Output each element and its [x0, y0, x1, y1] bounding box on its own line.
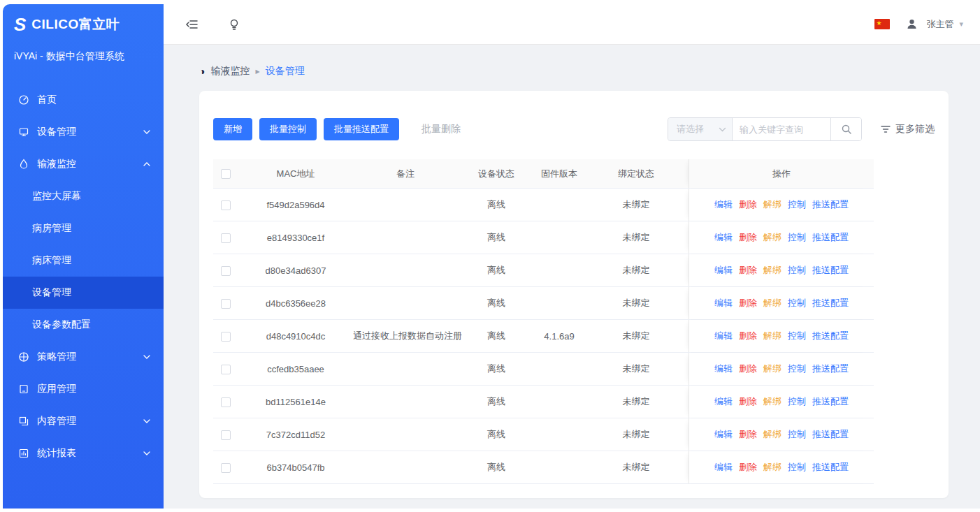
edit-link[interactable]: 编辑 — [714, 198, 733, 211]
delete-link[interactable]: 删除 — [739, 231, 757, 244]
unbind-link[interactable]: 解绑 — [763, 297, 781, 309]
row-checkbox[interactable] — [221, 397, 231, 407]
push-config-link[interactable]: 推送配置 — [812, 231, 849, 244]
table-toolbar: 新增 批量控制 批量推送配置 批量删除 请选择 — [213, 117, 935, 141]
row-checkbox[interactable] — [221, 463, 231, 473]
sidebar-item-device-management[interactable]: 设备管理 — [3, 116, 164, 148]
control-link[interactable]: 控制 — [788, 428, 806, 441]
row-checkbox[interactable] — [221, 365, 231, 374]
table-row: e8149330ce1f 离线 未绑定 编辑 删除 解绑 控制 — [213, 221, 874, 254]
bind-status-cell: 未绑定 — [584, 363, 689, 375]
china-flag-icon[interactable]: ★ — [874, 19, 890, 29]
sidebar-item-app-management[interactable]: 应用管理 — [3, 373, 164, 405]
edit-link[interactable]: 编辑 — [714, 264, 733, 277]
row-checkbox[interactable] — [221, 200, 231, 210]
edit-link[interactable]: 编辑 — [714, 231, 733, 244]
push-config-link[interactable]: 推送配置 — [812, 264, 849, 277]
filter-icon — [880, 124, 891, 135]
col-header-firmware: 固件版本 — [535, 168, 584, 180]
status-cell: 离线 — [458, 363, 535, 375]
control-link[interactable]: 控制 — [788, 330, 806, 342]
topbar: ★ 张主管 ▾ — [164, 4, 980, 45]
push-config-link[interactable]: 推送配置 — [812, 363, 849, 375]
batch-delete-button[interactable]: 批量删除 — [417, 118, 465, 140]
push-config-link[interactable]: 推送配置 — [812, 461, 849, 474]
infusion-drop-icon — [18, 159, 29, 170]
push-config-link[interactable]: 推送配置 — [812, 198, 849, 211]
breadcrumb-current[interactable]: 设备管理 — [266, 65, 305, 78]
unbind-link[interactable]: 解绑 — [763, 363, 781, 375]
row-actions: 编辑 删除 解绑 控制 推送配置 — [689, 221, 874, 254]
unbind-link[interactable]: 解绑 — [763, 461, 781, 474]
unbind-link[interactable]: 解绑 — [763, 428, 781, 441]
control-link[interactable]: 控制 — [788, 297, 806, 309]
edit-link[interactable]: 编辑 — [714, 363, 733, 375]
delete-link[interactable]: 删除 — [739, 461, 757, 474]
user-avatar-icon — [902, 15, 921, 34]
control-link[interactable]: 控制 — [788, 363, 806, 375]
delete-link[interactable]: 删除 — [739, 363, 757, 375]
edit-link[interactable]: 编辑 — [714, 461, 733, 474]
push-config-link[interactable]: 推送配置 — [812, 330, 849, 342]
row-checkbox[interactable] — [221, 299, 231, 309]
row-checkbox[interactable] — [221, 332, 231, 342]
breadcrumb-section[interactable]: 输液监控 — [210, 65, 250, 78]
search-button[interactable] — [830, 118, 861, 140]
sidebar-subitem-device-param-config[interactable]: 设备参数配置 — [3, 309, 164, 341]
push-config-link[interactable]: 推送配置 — [812, 395, 849, 408]
delete-link[interactable]: 删除 — [739, 330, 757, 342]
home-icon — [18, 94, 29, 105]
sidebar-item-home[interactable]: 首页 — [3, 84, 164, 116]
delete-link[interactable]: 删除 — [739, 264, 757, 277]
chevron-up-icon — [143, 161, 151, 167]
sidebar-item-strategy-management[interactable]: 策略管理 — [3, 341, 164, 373]
sidebar-item-infusion-monitor[interactable]: 输液监控 — [3, 148, 164, 180]
row-checkbox[interactable] — [221, 233, 231, 243]
push-config-link[interactable]: 推送配置 — [812, 428, 849, 441]
edit-link[interactable]: 编辑 — [714, 428, 733, 441]
control-link[interactable]: 控制 — [788, 198, 806, 211]
edit-link[interactable]: 编辑 — [714, 330, 733, 342]
collapse-sidebar-button[interactable] — [183, 15, 201, 34]
delete-link[interactable]: 删除 — [739, 297, 757, 309]
edit-link[interactable]: 编辑 — [714, 395, 733, 408]
unbind-link[interactable]: 解绑 — [763, 198, 781, 211]
delete-link[interactable]: 删除 — [739, 198, 757, 211]
unbind-link[interactable]: 解绑 — [763, 264, 781, 277]
control-link[interactable]: 控制 — [788, 264, 806, 277]
batch-push-config-button[interactable]: 批量推送配置 — [324, 118, 399, 140]
control-link[interactable]: 控制 — [788, 395, 806, 408]
add-button[interactable]: 新增 — [213, 118, 252, 140]
topbar-right: ★ 张主管 ▾ — [874, 15, 963, 34]
row-checkbox[interactable] — [221, 430, 231, 440]
user-name[interactable]: 张主管 — [926, 18, 953, 31]
sidebar-subitem-device-management[interactable]: 设备管理 — [3, 277, 164, 309]
more-filters-button[interactable]: 更多筛选 — [880, 123, 935, 136]
push-config-link[interactable]: 推送配置 — [812, 297, 849, 309]
sidebar-item-statistics-report[interactable]: 统计报表 — [3, 437, 164, 469]
user-menu-caret-icon[interactable]: ▾ — [959, 20, 963, 29]
control-link[interactable]: 控制 — [788, 461, 806, 474]
row-actions: 编辑 删除 解绑 控制 推送配置 — [689, 451, 874, 483]
batch-control-button[interactable]: 批量控制 — [259, 118, 317, 140]
mac-cell: bd112561e14e — [238, 397, 353, 407]
sidebar-item-content-management[interactable]: 内容管理 — [3, 405, 164, 437]
edit-link[interactable]: 编辑 — [714, 297, 733, 309]
unbind-link[interactable]: 解绑 — [763, 395, 781, 408]
unbind-link[interactable]: 解绑 — [763, 231, 781, 244]
bind-status-cell: 未绑定 — [584, 428, 689, 441]
delete-link[interactable]: 删除 — [739, 395, 757, 408]
keyword-search-input[interactable] — [733, 118, 830, 140]
sidebar-subitem-bed-management[interactable]: 病床管理 — [3, 244, 164, 277]
row-checkbox[interactable] — [221, 266, 231, 276]
sidebar-subitem-monitor-screen[interactable]: 监控大屏幕 — [3, 180, 164, 212]
unbind-link[interactable]: 解绑 — [763, 330, 781, 342]
sidebar-subitem-ward-management[interactable]: 病房管理 — [3, 212, 164, 244]
select-all-checkbox[interactable] — [221, 169, 231, 179]
status-cell: 离线 — [458, 198, 535, 211]
delete-link[interactable]: 删除 — [739, 428, 757, 441]
control-link[interactable]: 控制 — [788, 231, 806, 244]
lightbulb-icon[interactable] — [225, 15, 243, 34]
filter-field-select[interactable]: 请选择 — [668, 118, 733, 140]
brand-name: CILICO富立叶 — [31, 15, 120, 34]
